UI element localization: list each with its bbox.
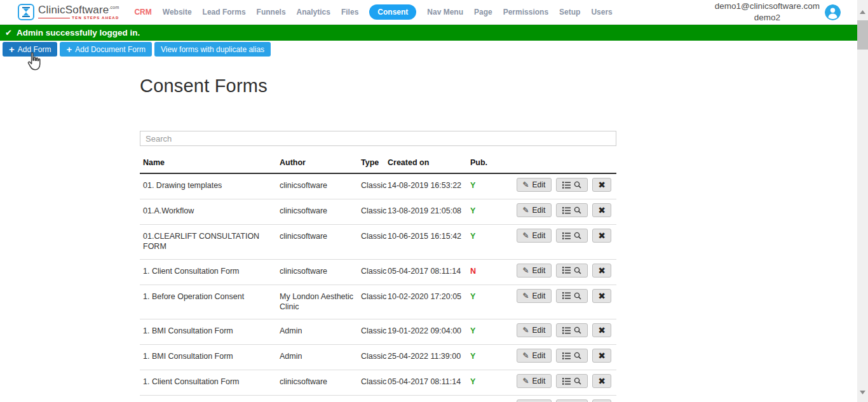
scroll-up-button[interactable] [857, 8, 868, 17]
row-actions: ✎ Edit ✖ [505, 264, 616, 278]
nav-item-funnels[interactable]: Funnels [257, 8, 286, 17]
user-avatar-icon[interactable] [825, 4, 841, 20]
delete-button[interactable]: ✖ [592, 349, 611, 363]
page-title: Consent Forms [140, 76, 616, 97]
edit-button[interactable]: ✎ Edit [517, 264, 552, 278]
row-actions: ✎ Edit ✖ [505, 374, 616, 388]
nav-item-nav-menu[interactable]: Nav Menu [427, 8, 463, 17]
add-document-form-button[interactable]: + Add Document Form [60, 42, 151, 57]
search-input[interactable] [140, 131, 616, 146]
nav-item-crm[interactable]: CRM [134, 8, 151, 17]
pencil-icon: ✎ [523, 326, 529, 335]
delete-button[interactable]: ✖ [592, 399, 611, 402]
pencil-icon: ✎ [523, 231, 529, 240]
form-name: 01.A.Workflow [143, 206, 280, 216]
preview-button[interactable] [556, 203, 588, 217]
form-published-flag: Y [470, 377, 505, 387]
form-author: Admin [280, 351, 361, 361]
nav-item-website[interactable]: Website [163, 8, 192, 17]
user-email: demo1@clinicsoftware.com [715, 1, 820, 12]
delete-button[interactable]: ✖ [592, 323, 611, 337]
nav-item-lead-forms[interactable]: Lead Forms [203, 8, 246, 17]
scroll-down-button[interactable] [857, 388, 868, 397]
edit-button[interactable]: ✎ Edit [517, 178, 552, 192]
pencil-icon: ✎ [523, 266, 529, 275]
form-name: 01. Drawing templates [143, 180, 280, 191]
scroll-thumb[interactable] [857, 20, 868, 50]
row-actions: ✎ Edit ✖ [505, 178, 616, 192]
table-row: 1. BMI Consultation Form Admin Classic 2… [140, 345, 616, 370]
nav-item-analytics[interactable]: Analytics [297, 8, 330, 17]
edit-button[interactable]: ✎ Edit [517, 349, 552, 363]
preview-button[interactable] [556, 264, 588, 278]
preview-button[interactable] [556, 374, 588, 388]
delete-button[interactable]: ✖ [592, 203, 611, 217]
edit-button[interactable]: ✎ Edit [517, 229, 552, 243]
table-row: 1. Client Consultation Form clinicsoftwa… [140, 260, 616, 285]
table-row: 1. Before Operation Consent My London Ae… [140, 285, 616, 320]
form-type: Classic [361, 180, 388, 191]
form-published-flag: Y [470, 326, 505, 336]
brand-logo[interactable]: ClinicSoftware.com TEN STEPS AHEAD [18, 4, 119, 20]
table-row: 1. Client Consultation Form clinicsoftwa… [140, 370, 616, 396]
view-forms-with-duplicate-alias-button[interactable]: View forms with duplicate alias [154, 42, 271, 57]
row-actions: ✎ Edit ✖ [505, 349, 616, 363]
x-icon: ✖ [598, 325, 606, 335]
header-pub: Pub. [470, 158, 505, 167]
preview-button[interactable] [556, 323, 588, 337]
nav-item-consent[interactable]: Consent [369, 4, 416, 20]
row-actions: ✎ Edit ✖ [505, 289, 616, 303]
form-created-on: 25-04-2022 11:39:00 [388, 351, 470, 361]
row-actions: ✎ Edit ✖ [505, 229, 616, 243]
delete-button[interactable]: ✖ [592, 178, 611, 192]
edit-button[interactable]: ✎ Edit [517, 289, 552, 303]
x-icon: ✖ [598, 205, 606, 215]
magnifier-icon [574, 377, 581, 385]
form-published-flag: Y [470, 180, 505, 191]
list-icon [562, 352, 571, 359]
user-block[interactable]: demo1@clinicsoftware.com demo2 [715, 1, 841, 23]
add-form-button[interactable]: + Add Form [3, 42, 57, 57]
list-icon [562, 292, 571, 299]
form-type: Classic [361, 206, 388, 216]
edit-button[interactable]: ✎ Edit [517, 374, 552, 388]
preview-button[interactable] [556, 289, 588, 303]
nav-item-files[interactable]: Files [341, 8, 358, 17]
preview-button[interactable] [556, 399, 588, 402]
edit-button[interactable]: ✎ Edit [517, 203, 552, 217]
brand-text: ClinicSoftware.com TEN STEPS AHEAD [38, 4, 119, 20]
nav-item-page[interactable]: Page [474, 8, 492, 17]
nav-item-permissions[interactable]: Permissions [503, 8, 548, 17]
form-name: 01.CLEARLIFT CONSULTATION FORM [143, 231, 280, 252]
brand-tld: .com [109, 5, 119, 10]
nav-item-setup[interactable]: Setup [559, 8, 580, 17]
row-actions: ✎ Edit ✖ [505, 203, 616, 217]
form-created-on: 10-06-2015 16:15:42 [388, 231, 470, 241]
delete-button[interactable]: ✖ [592, 374, 611, 388]
form-author: My London Aesthetic Clinic [280, 291, 361, 312]
form-name: 1. Client Consultation Form [143, 266, 280, 276]
edit-button[interactable]: ✎ Edit [517, 323, 552, 337]
plus-icon: + [9, 44, 15, 54]
row-actions: ✎ Edit ✖ [505, 323, 616, 337]
delete-button[interactable]: ✖ [592, 229, 611, 243]
preview-button[interactable] [556, 349, 588, 363]
form-created-on: 13-08-2019 21:05:08 [388, 206, 470, 216]
table-row: 1. Consultation Form clinicsoftware Clas… [140, 396, 616, 402]
form-created-on: 05-04-2017 08:11:14 [388, 266, 470, 276]
magnifier-icon [574, 206, 581, 214]
list-icon [562, 327, 571, 334]
delete-button[interactable]: ✖ [592, 264, 611, 278]
table-header-row: Name Author Type Created on Pub. [140, 154, 616, 174]
main-area: ClinicSoftware.com TEN STEPS AHEAD CRMWe… [0, 0, 857, 402]
edit-button[interactable]: ✎ Edit [517, 399, 552, 402]
top-nav: ClinicSoftware.com TEN STEPS AHEAD CRMWe… [0, 0, 857, 25]
nav-item-users[interactable]: Users [591, 8, 612, 17]
preview-button[interactable] [556, 229, 588, 243]
preview-button[interactable] [556, 178, 588, 192]
nav-menu: CRMWebsiteLead FormsFunnelsAnalyticsFile… [134, 4, 612, 20]
delete-button[interactable]: ✖ [592, 289, 611, 303]
header-author: Author [280, 158, 361, 167]
banner-message: Admin successfully logged in. [17, 28, 140, 37]
scrollbar[interactable] [857, 0, 868, 402]
